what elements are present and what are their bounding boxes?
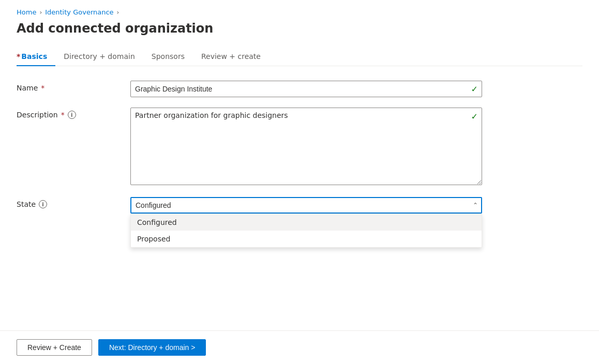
bottom-bar: Review + Create Next: Directory + domain… bbox=[0, 330, 599, 364]
page-title: Add connected organization bbox=[17, 21, 582, 36]
breadcrumb-sep1: › bbox=[39, 9, 42, 16]
description-field-wrapper: Partner organization for graphic designe… bbox=[130, 108, 482, 187]
name-required-star: * bbox=[41, 84, 44, 92]
name-check-icon: ✓ bbox=[471, 84, 478, 94]
review-create-button[interactable]: Review + Create bbox=[17, 339, 92, 356]
tab-directory-domain[interactable]: Directory + domain bbox=[55, 48, 143, 66]
state-info-icon[interactable]: i bbox=[39, 200, 47, 208]
name-input[interactable] bbox=[130, 81, 482, 97]
state-row: State i Configured Proposed ⌃ Configured… bbox=[17, 197, 482, 214]
description-check-icon: ✓ bbox=[471, 112, 478, 122]
breadcrumb: Home › Identity Governance › bbox=[17, 8, 582, 16]
tabs-nav: *Basics Directory + domain Sponsors Revi… bbox=[17, 48, 582, 66]
state-option-proposed[interactable]: Proposed bbox=[131, 231, 482, 247]
name-label: Name * bbox=[17, 81, 120, 92]
state-dropdown-wrapper: Configured Proposed ⌃ Configured Propose… bbox=[130, 197, 482, 214]
next-button[interactable]: Next: Directory + domain > bbox=[98, 339, 206, 356]
state-select[interactable]: Configured Proposed bbox=[130, 197, 482, 214]
breadcrumb-sep2: › bbox=[117, 9, 119, 16]
tab-review-create[interactable]: Review + create bbox=[193, 48, 269, 66]
state-dropdown-menu: Configured Proposed bbox=[130, 214, 482, 248]
description-info-icon[interactable]: i bbox=[68, 111, 76, 119]
breadcrumb-home[interactable]: Home bbox=[17, 8, 36, 16]
state-option-configured[interactable]: Configured bbox=[131, 214, 482, 231]
tab-basics[interactable]: *Basics bbox=[17, 48, 55, 66]
tab-asterisk-basics: * bbox=[17, 52, 20, 60]
state-label: State i bbox=[17, 197, 120, 208]
breadcrumb-identity-governance[interactable]: Identity Governance bbox=[45, 8, 113, 16]
description-label: Description * i bbox=[17, 108, 120, 119]
name-row: Name * ✓ bbox=[17, 81, 482, 97]
form-section: Name * ✓ Description * i Partner organiz… bbox=[17, 81, 482, 214]
name-field-wrapper: ✓ bbox=[130, 81, 482, 97]
description-row: Description * i Partner organization for… bbox=[17, 108, 482, 187]
description-textarea[interactable]: Partner organization for graphic designe… bbox=[130, 108, 482, 185]
tab-sponsors[interactable]: Sponsors bbox=[143, 48, 193, 66]
description-required-star: * bbox=[61, 111, 65, 119]
